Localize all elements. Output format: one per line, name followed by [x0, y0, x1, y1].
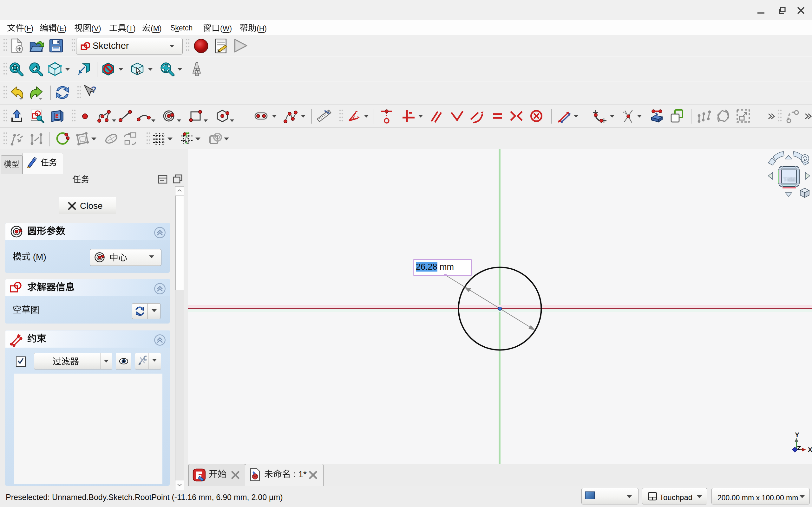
svg-text:?: ? — [91, 84, 96, 95]
svg-text:Y: Y — [795, 433, 799, 438]
svg-text:X: X — [808, 446, 812, 453]
